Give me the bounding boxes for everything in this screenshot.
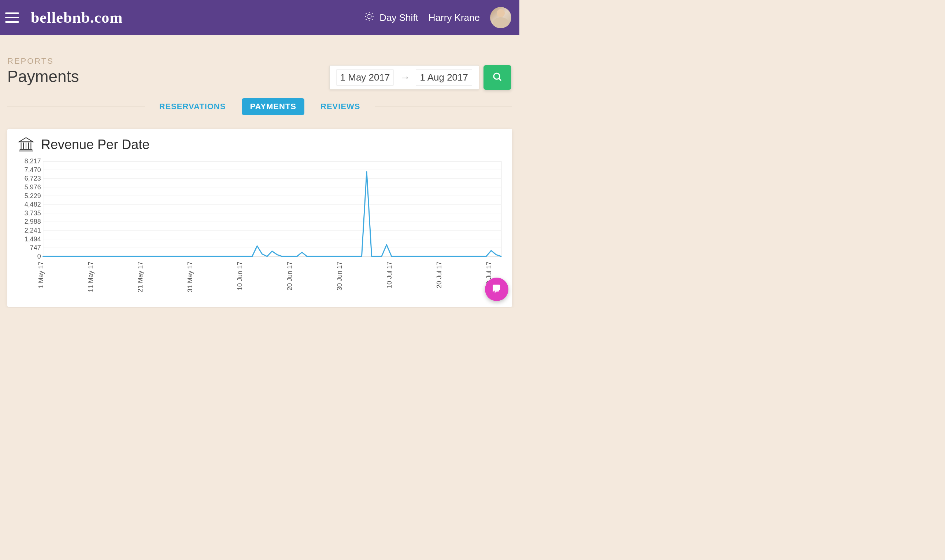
shift-toggle[interactable]: Day Shift [364,11,418,24]
divider [7,106,145,107]
svg-text:1,494: 1,494 [25,235,41,243]
svg-line-10 [499,78,501,81]
revenue-card: Revenue Per Date 07471,4942,2412,9883,73… [7,129,512,307]
tabs: RESERVATIONSPAYMENTSREVIEWS [145,98,375,115]
svg-text:8,217: 8,217 [25,157,41,165]
date-range-row: 1 May 2017 → 1 Aug 2017 [329,65,511,90]
sun-icon [364,11,374,24]
svg-line-4 [372,19,373,20]
breadcrumb: REPORTS [7,56,512,66]
svg-text:10 Jun 17: 10 Jun 17 [236,262,243,291]
svg-text:10 Jul 17: 10 Jul 17 [386,262,393,288]
svg-text:0: 0 [37,253,41,260]
chat-button[interactable] [485,278,508,301]
search-button[interactable] [483,65,511,90]
svg-text:20 Jun 17: 20 Jun 17 [286,262,293,291]
card-header: Revenue Per Date [18,135,505,154]
svg-point-9 [494,73,500,79]
svg-text:5,976: 5,976 [25,183,41,191]
topbar: bellebnb.com Day Shift Harry Krane [0,0,519,35]
search-icon [492,71,503,84]
date-range-picker[interactable]: 1 May 2017 → 1 Aug 2017 [329,65,479,90]
svg-text:2,241: 2,241 [25,227,41,234]
svg-point-0 [367,14,372,18]
tab-reviews[interactable]: REVIEWS [312,98,368,115]
date-to-field[interactable]: 1 Aug 2017 [416,69,472,86]
svg-text:4,482: 4,482 [25,201,41,208]
svg-text:11 May 17: 11 May 17 [87,262,94,292]
svg-text:21 May 17: 21 May 17 [137,262,144,292]
user-menu[interactable]: Harry Krane [429,12,480,23]
arrow-right-icon: → [400,72,410,83]
svg-line-3 [366,13,367,14]
svg-text:31 May 17: 31 May 17 [186,262,194,292]
svg-text:30 Jun 17: 30 Jun 17 [336,262,343,291]
tabs-row: RESERVATIONSPAYMENTSREVIEWS [0,98,519,115]
topbar-right: Day Shift Harry Krane [364,7,511,28]
svg-text:5,229: 5,229 [25,192,41,199]
svg-text:6,723: 6,723 [25,175,41,182]
svg-text:2,988: 2,988 [25,218,41,225]
svg-text:747: 747 [30,244,41,251]
revenue-chart: 07471,4942,2412,9883,7354,4825,2295,9766… [18,157,505,297]
tab-payments[interactable]: PAYMENTS [242,98,305,115]
svg-text:1 May 17: 1 May 17 [37,262,45,289]
svg-text:3,735: 3,735 [25,209,41,217]
svg-line-8 [372,13,373,14]
svg-marker-11 [19,138,33,142]
date-from-field[interactable]: 1 May 2017 [336,69,394,86]
shift-label: Day Shift [379,12,418,23]
svg-rect-19 [43,161,501,256]
bank-icon [18,135,34,154]
svg-line-7 [366,19,367,20]
card-title: Revenue Per Date [41,137,149,152]
svg-text:20 Jul 17: 20 Jul 17 [436,262,443,288]
avatar[interactable] [490,7,511,28]
brand-logo[interactable]: bellebnb.com [31,9,123,26]
chat-icon [491,283,503,296]
svg-text:7,470: 7,470 [25,166,41,174]
divider [375,106,513,107]
tab-reservations[interactable]: RESERVATIONS [151,98,234,115]
menu-icon[interactable] [5,8,23,27]
